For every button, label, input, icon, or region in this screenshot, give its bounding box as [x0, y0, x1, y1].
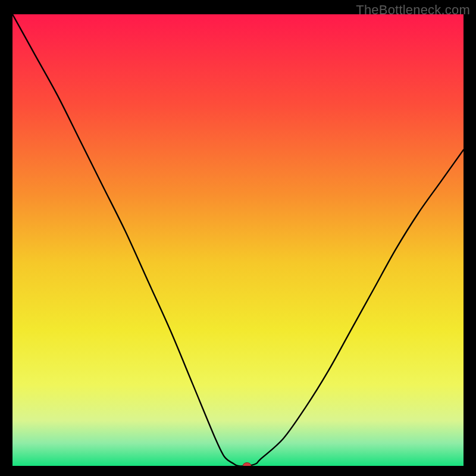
attribution-text: TheBottleneck.com [356, 2, 470, 18]
chart-svg [12, 14, 464, 466]
chart-stage: TheBottleneck.com [0, 0, 476, 476]
plot-area [12, 14, 464, 466]
chart-background [12, 14, 464, 466]
